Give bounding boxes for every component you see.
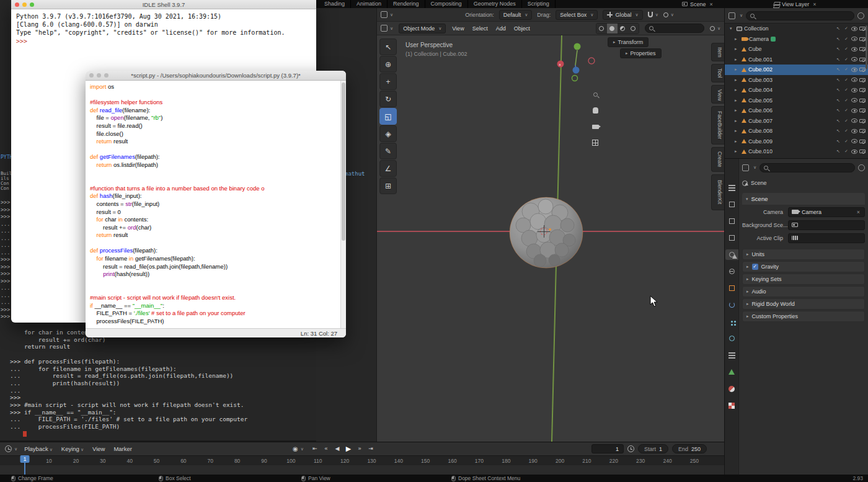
n-panel-transform-header[interactable]: ▸Transform [608,37,649,47]
shell-output[interactable]: Python 3.9.7 (v3.9.7:1016ef3790, Aug 30 … [11,9,316,48]
workspace-tab-geometry-nodes[interactable]: Geometry Nodes [468,0,522,8]
snap-toggle[interactable]: ∨ [648,12,658,17]
menu-add[interactable]: Add [495,25,507,32]
properties-tab-world[interactable] [725,266,738,277]
section-gravity[interactable]: ▸✓Gravity [742,261,865,272]
menu-view[interactable]: View [451,25,464,32]
hide-in-viewport-eye-icon[interactable] [851,139,857,143]
background-scene-field[interactable] [788,220,865,230]
menu-object[interactable]: Object [513,25,531,32]
selectable-icon[interactable]: ↖ [835,57,841,62]
timeline-menu-keying[interactable]: Keying∨ [61,445,84,452]
minimize-window-icon[interactable] [22,2,27,7]
hide-in-viewport-eye-icon[interactable] [851,57,857,61]
outliner-row-cube-007[interactable]: ▸Cube.007↖✓ [725,116,868,127]
expand-icon[interactable]: ▸ [735,128,740,133]
gravity-checkbox[interactable]: ✓ [752,264,758,270]
properties-tab-scene[interactable] [725,249,738,260]
zoom-window-icon[interactable] [30,2,34,7]
selectable-icon[interactable]: ↖ [835,139,841,144]
timeline-ruler[interactable]: 1020304050607080901001101201301401501601… [0,455,724,465]
hide-in-viewport-eye-icon[interactable] [851,118,857,123]
section-audio[interactable]: ▸Audio [742,286,865,297]
hide-in-viewport-eye-icon[interactable] [851,109,857,113]
editor-type-button[interactable]: ∨ [381,25,393,32]
proportional-edit-toggle[interactable]: ∨ [663,12,674,17]
tool-rotate-button[interactable]: ↻ [379,91,397,107]
jump-to-end-button[interactable]: ⇥ [366,444,376,453]
camera-view-button[interactable] [588,120,602,133]
filter-icon[interactable] [858,164,865,171]
navigation-gizmo[interactable]: x [557,40,603,87]
expand-icon[interactable]: ▸ [735,67,740,72]
code-editor[interactable]: import os #filesystem helper functionsde… [86,81,340,328]
start-frame-field[interactable]: Start 1 [638,444,668,453]
enabled-check-icon[interactable]: ✓ [843,108,849,113]
expand-icon[interactable]: ▸ [735,37,740,42]
properties-tab-modifiers[interactable] [725,300,738,310]
disable-in-render-camera-icon[interactable] [859,47,866,51]
expand-icon[interactable]: ▸ [735,98,740,103]
section-custom-properties[interactable]: ▸Custom Properties [742,311,865,322]
properties-tab-particles[interactable] [725,316,738,327]
workspace-tab-compositing[interactable]: Compositing [425,0,468,8]
expand-icon[interactable]: ▸ [735,87,740,92]
tool-cursor-button[interactable]: ⊕ [379,56,397,73]
zoom-button[interactable] [588,87,602,101]
shading-rendered-button[interactable] [628,24,639,33]
properties-tab-physics[interactable] [725,333,738,344]
collapse-icon[interactable]: ▾ [730,26,735,31]
enabled-check-icon[interactable]: ✓ [843,98,849,103]
pan-button[interactable] [588,104,602,117]
pivot-dropdown[interactable]: Global ∨ [603,10,642,20]
sidebar-tab-facebuilder[interactable]: FaceBuilder [711,106,724,145]
outliner-row-cube-008[interactable]: ▸Cube.008↖✓ [725,126,868,136]
disable-in-render-camera-icon[interactable] [859,88,866,92]
properties-tab-object-data[interactable] [725,367,738,377]
outliner-row-cube-002[interactable]: ▸Cube.002↖✓ [725,65,868,75]
outliner-row-cube-003[interactable]: ▸Cube.003↖✓ [725,75,868,86]
outliner-row-collection[interactable]: ▾Collection↖✓ [725,24,868,34]
auto-keying-toggle[interactable]: ◉ ∨ [293,445,304,452]
enabled-check-icon[interactable]: ✓ [843,118,849,123]
sidebar-tab-tool[interactable]: Tool [711,64,724,83]
end-frame-field[interactable]: End 250 [672,444,707,453]
outliner-row-cube[interactable]: ▸Cube↖✓ [725,44,868,55]
hide-in-viewport-eye-icon[interactable] [851,98,857,102]
clear-icon[interactable]: × [856,209,861,215]
expand-icon[interactable]: ▸ [735,139,740,144]
active-clip-field[interactable] [788,233,865,243]
enabled-check-icon[interactable]: ✓ [843,149,849,154]
tool-move-button[interactable]: + [379,73,397,90]
enabled-check-icon[interactable]: ✓ [843,139,849,144]
play-button[interactable]: ▶ [343,444,353,453]
tool-measure-button[interactable]: ∠ [379,160,397,177]
enabled-check-icon[interactable]: ✓ [843,128,849,133]
selectable-icon[interactable]: ↖ [835,47,841,51]
expand-icon[interactable]: ▸ [735,78,740,83]
scene-selector[interactable]: Scene × [682,0,714,8]
enabled-check-icon[interactable]: ✓ [843,47,849,51]
expand-icon[interactable]: ▸ [735,149,740,154]
close-window-icon[interactable] [15,2,19,7]
timeline-track-area[interactable] [0,465,724,475]
next-keyframe-button[interactable]: » [355,444,365,453]
prev-keyframe-button[interactable]: « [321,444,331,453]
section-units[interactable]: ▸Units [742,249,865,260]
scene-unlink-icon[interactable]: × [709,1,714,7]
section-keying-sets[interactable]: ▸Keying Sets [742,274,865,285]
sidebar-tab-view[interactable]: View [711,85,724,104]
timeline-editor-type-button[interactable]: ∨ [5,445,17,452]
filter-icon[interactable] [857,12,864,19]
disable-in-render-camera-icon[interactable] [859,27,866,30]
expand-icon[interactable]: ▸ [735,57,740,62]
outliner-scrollbar[interactable] [866,25,867,69]
overlays-toggle[interactable]: ∨ [710,26,720,31]
disable-in-render-camera-icon[interactable] [859,58,866,61]
scrollbar-thumb[interactable] [342,83,345,241]
preview-range-clock-icon[interactable] [627,445,634,452]
tool-transform-button[interactable]: ◈ [379,125,397,142]
shading-wireframe-button[interactable] [596,24,607,33]
hide-in-viewport-eye-icon[interactable] [851,47,857,51]
properties-tab-object[interactable] [725,283,738,293]
